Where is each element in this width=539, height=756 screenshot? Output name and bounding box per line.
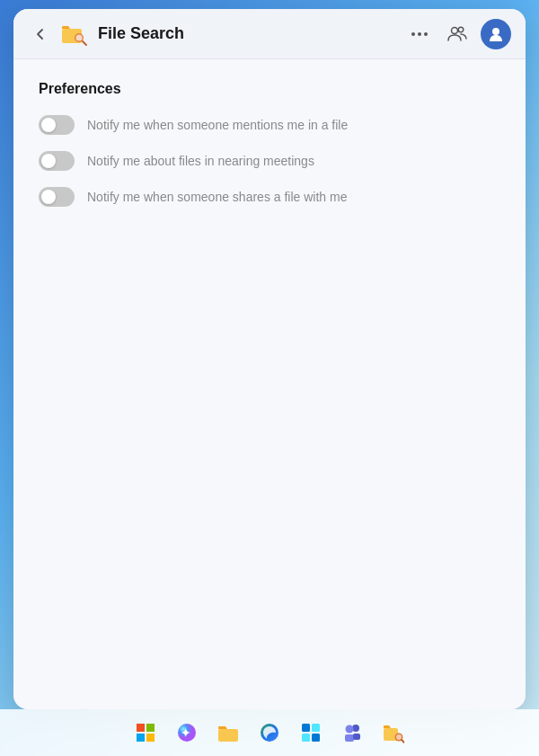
svg-rect-18: [302, 724, 310, 732]
preference-item-2: Notify me about files in nearing meeting…: [39, 151, 500, 171]
toggle-mentions[interactable]: [39, 115, 75, 135]
file-explorer-taskbar-button[interactable]: [210, 715, 246, 751]
toggle-track-shares: [39, 187, 75, 207]
toggle-meetings[interactable]: [39, 151, 75, 171]
title-actions: [405, 19, 511, 49]
title-bar: File Search: [13, 9, 526, 59]
filesearch-taskbar-button[interactable]: [376, 715, 411, 751]
svg-point-9: [492, 28, 499, 35]
app-icon: [60, 20, 89, 49]
svg-rect-13: [146, 734, 155, 742]
back-button[interactable]: [28, 22, 53, 47]
toggle-thumb-mentions: [41, 118, 56, 132]
content-area: Preferences Notify me when someone menti…: [13, 59, 526, 709]
svg-point-4: [411, 32, 415, 36]
toggle-track-mentions: [39, 115, 75, 135]
toggle-thumb-shares: [41, 190, 56, 204]
toggle-thumb-meetings: [41, 154, 56, 168]
svg-point-2: [76, 34, 83, 40]
toggle-shares[interactable]: [39, 187, 75, 207]
taskbar: ✦: [0, 709, 539, 756]
more-button[interactable]: [405, 20, 434, 49]
svg-rect-19: [312, 724, 320, 732]
svg-rect-12: [137, 734, 145, 742]
toggle-track-meetings: [39, 151, 75, 171]
svg-rect-20: [302, 734, 310, 742]
copilot-taskbar-button[interactable]: ✦: [169, 715, 205, 751]
svg-rect-16: [218, 729, 238, 742]
preference-item-1: Notify me when someone mentions me in a …: [39, 115, 500, 135]
svg-point-28: [396, 734, 402, 740]
svg-rect-24: [345, 734, 354, 742]
svg-text:✦: ✦: [181, 726, 190, 740]
start-button[interactable]: [128, 715, 163, 751]
svg-rect-10: [137, 724, 145, 732]
preference-label-2: Notify me about files in nearing meeting…: [87, 154, 314, 168]
preference-label-1: Notify me when someone mentions me in a …: [87, 118, 348, 132]
avatar-button[interactable]: [481, 19, 511, 49]
svg-rect-11: [146, 724, 155, 732]
svg-rect-25: [353, 734, 360, 740]
svg-point-6: [424, 32, 428, 36]
svg-rect-21: [312, 734, 320, 742]
preference-label-3: Notify me when someone shares a file wit…: [87, 190, 347, 204]
svg-line-3: [83, 41, 86, 45]
svg-point-8: [458, 27, 464, 32]
svg-point-7: [452, 27, 458, 33]
preferences-heading: Preferences: [39, 81, 500, 97]
app-window: File Search: [13, 9, 526, 709]
svg-point-23: [346, 725, 354, 734]
svg-line-29: [402, 740, 404, 743]
edge-taskbar-button[interactable]: [252, 715, 287, 751]
svg-point-5: [418, 32, 421, 36]
people-button[interactable]: [443, 20, 472, 49]
teams-taskbar-button[interactable]: [334, 715, 370, 751]
app-title: File Search: [98, 24, 405, 43]
store-taskbar-button[interactable]: [293, 715, 329, 751]
preference-item-3: Notify me when someone shares a file wit…: [39, 187, 500, 207]
